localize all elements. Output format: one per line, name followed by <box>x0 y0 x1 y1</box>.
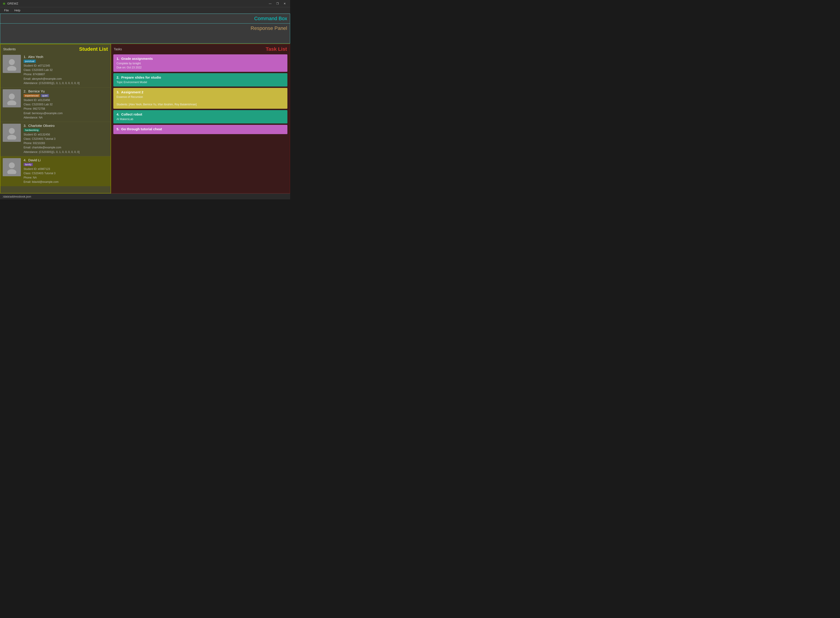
student-info: 2. Bernice Yu experiencedquiet Student I… <box>24 89 108 120</box>
tasks-label: Tasks <box>114 48 122 51</box>
student-tag: quiet <box>41 94 49 97</box>
svg-point-2 <box>7 66 16 71</box>
student-row[interactable]: 2. Bernice Yu experiencedquiet Student I… <box>0 88 110 122</box>
command-input[interactable] <box>3 14 287 23</box>
app-icon <box>2 2 6 6</box>
task-card[interactable]: 3. Assignment 2 Essence of RecursionStud… <box>113 88 287 109</box>
menu-help[interactable]: Help <box>12 8 23 13</box>
student-tag: family <box>24 163 33 166</box>
tag-row: family <box>24 163 108 166</box>
task-desc: Essence of Recursion <box>116 95 284 99</box>
student-name: 3. Charlotte Oliveiro <box>24 124 108 128</box>
svg-point-7 <box>9 162 15 168</box>
svg-point-6 <box>7 135 16 140</box>
students-header: Students Student List <box>0 45 110 53</box>
task-desc: Topic Environment Model <box>116 80 284 84</box>
task-desc: Due on: Oct 23 2022 <box>116 65 284 70</box>
command-box-container: Command Box <box>0 13 290 24</box>
student-avatar <box>3 89 21 107</box>
title-left: GREWZ <box>2 2 18 6</box>
svg-point-4 <box>7 100 16 105</box>
window-controls: — ❐ ✕ <box>267 1 288 6</box>
student-row[interactable]: 1. Alex Yeoh punctual Student ID: e07123… <box>0 53 110 88</box>
task-card[interactable]: 4. Collect robot At MakersLab <box>113 110 287 123</box>
student-row[interactable]: 4. David Li family Student ID: e0987123 … <box>0 156 110 186</box>
status-bar: .\data\addressbook.json <box>0 193 290 199</box>
minimize-button[interactable]: — <box>267 1 273 6</box>
student-avatar <box>3 124 21 142</box>
task-card[interactable]: 5. Go through tutorial cheat <box>113 125 287 134</box>
student-tag: punctual <box>24 59 36 63</box>
task-list: 1. Grade assignments Complete by tonight… <box>111 54 290 134</box>
student-list-title: Student List <box>79 46 108 52</box>
task-desc: At MakersLab <box>116 117 284 121</box>
student-row[interactable]: 3. Charlotte Oliveiro hardworking Studen… <box>0 122 110 156</box>
menu-bar: File Help <box>0 7 290 13</box>
student-name: 1. Alex Yeoh <box>24 55 108 59</box>
task-title: 4. Collect robot <box>116 112 284 116</box>
task-title: 2. Prepare slides for studio <box>116 76 284 79</box>
title-bar: GREWZ — ❐ ✕ <box>0 0 290 7</box>
main-content: Students Student List 1. Alex Yeoh punct… <box>0 43 290 193</box>
svg-point-3 <box>9 94 15 100</box>
svg-marker-0 <box>3 2 6 5</box>
status-text: .\data\addressbook.json <box>2 195 31 198</box>
student-detail: Student ID: e0123456 Class: CS2030S Lab … <box>24 98 108 120</box>
student-list: 1. Alex Yeoh punctual Student ID: e07123… <box>0 53 110 186</box>
student-tag: experienced <box>24 94 40 97</box>
student-name: 2. Bernice Yu <box>24 89 108 93</box>
student-avatar <box>3 55 21 73</box>
task-title: 3. Assignment 2 <box>116 90 284 94</box>
svg-point-8 <box>7 169 16 174</box>
task-title: 5. Go through tutorial cheat <box>116 127 284 131</box>
student-detail: Student ID: e0712345 Class: CS2030S Lab … <box>24 64 108 85</box>
task-title: 1. Grade assignments <box>116 56 284 61</box>
students-label: Students <box>3 48 16 51</box>
response-panel-label: Response Panel <box>251 25 287 31</box>
tasks-header: Tasks Task List <box>111 45 290 53</box>
student-tag: hardworking <box>24 128 40 132</box>
menu-file[interactable]: File <box>2 8 11 13</box>
task-desc: Students: [Alex Yeoh, Bernice Yu, Irfan … <box>116 103 284 107</box>
tag-row: punctual <box>24 59 108 63</box>
student-info: 1. Alex Yeoh punctual Student ID: e07123… <box>24 55 108 85</box>
tasks-panel: Tasks Task List 1. Grade assignments Com… <box>111 44 290 193</box>
tag-row: experiencedquiet <box>24 94 108 97</box>
app-title: GREWZ <box>7 2 18 5</box>
student-name: 4. David Li <box>24 158 108 162</box>
student-detail: Student ID: e0987123 Class: CS2040S Tuto… <box>24 167 108 184</box>
student-detail: Student ID: e0132456 Class: CS2040S Tuto… <box>24 132 108 154</box>
student-info: 3. Charlotte Oliveiro hardworking Studen… <box>24 124 108 154</box>
students-panel: Students Student List 1. Alex Yeoh punct… <box>0 44 111 193</box>
task-card[interactable]: 2. Prepare slides for studio Topic Envir… <box>113 73 287 86</box>
task-list-title: Task List <box>266 46 287 52</box>
svg-point-1 <box>9 59 15 65</box>
maximize-button[interactable]: ❐ <box>274 1 281 6</box>
task-desc: Complete by tonight <box>116 61 284 65</box>
response-panel: Response Panel <box>0 24 290 43</box>
tag-row: hardworking <box>24 128 108 132</box>
student-info: 4. David Li family Student ID: e0987123 … <box>24 158 108 184</box>
close-button[interactable]: ✕ <box>281 1 288 6</box>
student-avatar <box>3 158 21 176</box>
svg-point-5 <box>9 128 15 134</box>
task-card[interactable]: 1. Grade assignments Complete by tonight… <box>113 54 287 72</box>
